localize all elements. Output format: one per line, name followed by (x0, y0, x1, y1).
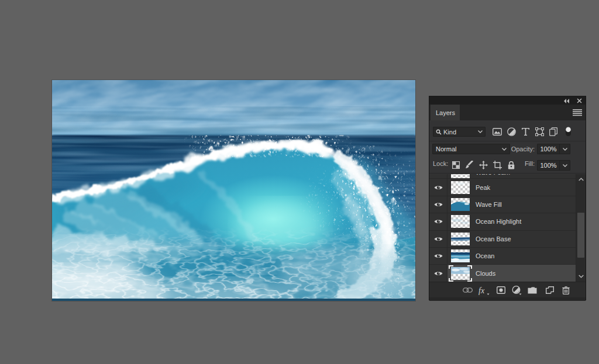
panel-tab-bar: Layers (429, 105, 586, 120)
layer-thumbnail[interactable] (451, 198, 470, 211)
layer-row-clouds[interactable]: Clouds (429, 265, 576, 282)
new-adjustment-layer-icon[interactable] (511, 285, 522, 296)
layer-thumbnail[interactable] (451, 181, 470, 194)
panel-body: Kind (429, 120, 586, 300)
layer-thumbnail-image (451, 181, 470, 194)
lock-label: Lock: (433, 158, 448, 169)
layer-thumbnail-image (451, 249, 470, 262)
lock-position-icon[interactable] (478, 160, 488, 170)
chevron-down-icon (478, 130, 483, 133)
link-layers-icon[interactable] (462, 285, 473, 296)
blend-row: Normal Opacity: 100% (429, 142, 586, 157)
layer-thumbnail[interactable] (451, 174, 470, 178)
layer-thumbnail-image (451, 267, 470, 280)
opacity-combo[interactable]: 100% (537, 144, 570, 154)
layer-thumbnail[interactable] (451, 233, 470, 245)
tab-layers[interactable]: Layers (431, 105, 460, 120)
fill-value: 100% (538, 161, 559, 170)
layer-visibility-eye-icon[interactable] (429, 231, 447, 247)
layer-list-scrollbar[interactable] (576, 174, 586, 282)
layer-visibility-eye-icon[interactable] (429, 248, 447, 264)
opacity-label: Opacity: (511, 144, 535, 154)
ocean-wave-artwork (52, 80, 415, 301)
layer-visibility-eye-icon[interactable] (429, 174, 447, 178)
filter-kind-label: Kind (443, 129, 476, 136)
svg-text:fx: fx (478, 286, 485, 294)
chevron-down-icon (563, 148, 567, 151)
layer-name[interactable]: Wave Fill (476, 201, 502, 208)
layer-thumbnail-image (451, 174, 470, 178)
lock-artboard-icon[interactable] (493, 160, 502, 170)
panel-titlebar[interactable] (429, 96, 586, 105)
pixel-layer-filter-icon[interactable] (492, 126, 502, 137)
close-panel-icon[interactable] (575, 98, 583, 104)
chevron-down-icon (502, 148, 507, 151)
lock-transparency-icon[interactable] (451, 160, 461, 170)
lock-row: Lock: (429, 157, 586, 174)
filter-row: Kind (429, 120, 586, 141)
layer-name[interactable]: Clouds (476, 270, 495, 277)
collapse-panel-icon[interactable] (562, 98, 570, 104)
layer-panel-footer: fx (429, 282, 586, 297)
delete-layer-icon[interactable] (560, 285, 572, 296)
filter-kind-dropdown[interactable]: Kind (433, 127, 486, 137)
layer-row-wave-foam[interactable]: Wave Foam (429, 174, 576, 179)
layer-name[interactable]: Wave Foam (476, 174, 510, 176)
fill-dropdown-button[interactable] (559, 161, 570, 170)
new-group-icon[interactable] (526, 285, 538, 296)
layer-thumbnail[interactable] (451, 249, 470, 262)
blend-mode-value: Normal (436, 145, 502, 152)
shape-layer-filter-icon[interactable] (534, 126, 545, 137)
smart-object-filter-icon[interactable] (548, 126, 559, 137)
fill-label: Fill: (525, 158, 535, 169)
opacity-dropdown-button[interactable] (559, 144, 570, 154)
layer-row-ocean[interactable]: Ocean (429, 248, 576, 265)
workspace: Layers Kind (0, 0, 599, 364)
layer-filter-toggle[interactable] (563, 126, 573, 137)
layer-thumbnail[interactable] (451, 267, 470, 280)
adjustment-layer-filter-icon[interactable] (506, 126, 517, 137)
fill-combo[interactable]: 100% (537, 160, 570, 171)
document-canvas[interactable] (52, 80, 415, 301)
layer-styles-icon[interactable]: fx (478, 285, 490, 296)
layer-visibility-eye-icon[interactable] (429, 196, 447, 213)
layer-row-peak[interactable]: Peak (429, 179, 576, 196)
lock-all-icon[interactable] (506, 160, 516, 170)
type-layer-filter-icon[interactable] (520, 126, 531, 137)
add-layer-mask-icon[interactable] (495, 285, 507, 296)
layer-thumbnail-image (451, 198, 470, 211)
layer-thumbnail-image (451, 215, 470, 228)
layer-visibility-eye-icon[interactable] (429, 179, 447, 195)
panel-menu-icon[interactable] (573, 109, 582, 116)
layer-row-ocean-base[interactable]: Ocean Base (429, 231, 576, 248)
new-layer-icon[interactable] (544, 285, 556, 296)
search-icon (436, 129, 442, 135)
layer-thumbnail-image (451, 233, 470, 245)
panel-bottom-strip (429, 297, 586, 301)
scroll-down-icon[interactable] (576, 272, 586, 280)
layer-row-wave-fill[interactable]: Wave Fill (429, 196, 576, 213)
layer-visibility-eye-icon[interactable] (429, 213, 447, 230)
layer-name[interactable]: Ocean (476, 252, 494, 259)
layer-name[interactable]: Peak (476, 184, 490, 191)
opacity-value: 100% (538, 144, 559, 154)
scrollbar-thumb[interactable] (577, 213, 584, 258)
layer-visibility-eye-icon[interactable] (429, 265, 447, 281)
tab-layers-label: Layers (436, 109, 455, 116)
layer-row-ocean-highlight[interactable]: Ocean Highlight (429, 213, 576, 230)
layers-panel: Layers Kind (429, 96, 586, 300)
scroll-up-icon[interactable] (576, 175, 586, 183)
blend-mode-dropdown[interactable]: Normal (432, 144, 510, 154)
layer-list: Wave FoamPeakWave FillOcean HighlightOce… (429, 174, 586, 282)
chevron-down-icon (563, 164, 567, 167)
layer-name[interactable]: Ocean Base (476, 235, 511, 242)
layer-thumbnail[interactable] (451, 215, 470, 228)
layer-name[interactable]: Ocean Highlight (476, 218, 521, 225)
lock-pixels-icon[interactable] (464, 160, 474, 170)
